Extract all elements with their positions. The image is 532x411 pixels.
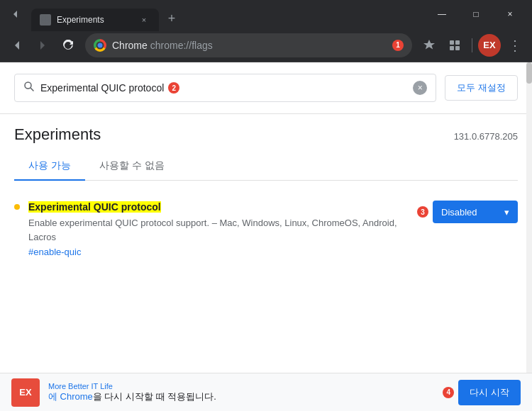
search-badge: 2 xyxy=(168,82,179,94)
refresh-btn[interactable] xyxy=(57,34,79,57)
bottom-main-text: 에 Chrome을 다시 시작할 때 적용됩니다. xyxy=(48,390,434,403)
svg-line-11 xyxy=(31,89,34,91)
window-controls-right: — □ × xyxy=(426,3,526,26)
flags-search-bar: Experimental QUIC protocol 2 × 모두 재설정 xyxy=(0,62,532,114)
page-content: Experimental QUIC protocol 2 × 모두 재설정 Ex… xyxy=(0,62,532,373)
tab-favicon xyxy=(40,14,51,26)
experiments-title: Experiments xyxy=(14,125,101,144)
toolbar-divider xyxy=(472,38,472,52)
flag-select-label: Disabled xyxy=(441,207,477,218)
flag-select[interactable]: Disabled ▾ xyxy=(433,201,518,223)
bookmark-btn[interactable] xyxy=(418,34,440,57)
experiments-tabs: 사용 가능 사용할 수 없음 xyxy=(14,152,518,181)
address-text: Chrome chrome://flags xyxy=(112,40,387,51)
version-text: 131.0.6778.205 xyxy=(454,131,518,142)
title-bar: Experiments × + — □ × xyxy=(0,0,532,28)
chrome-icon xyxy=(94,39,106,52)
window-back-btn[interactable] xyxy=(6,4,26,24)
experiments-main: Experiments 131.0.6778.205 사용 가능 사용할 수 없… xyxy=(0,114,532,280)
maximize-btn[interactable]: □ xyxy=(460,3,492,26)
tab-available[interactable]: 사용 가능 xyxy=(14,152,85,181)
search-icon xyxy=(23,81,35,95)
toolbar-right: EX ⋮ xyxy=(418,34,526,57)
search-value: Experimental QUIC protocol xyxy=(40,82,164,94)
svg-rect-8 xyxy=(450,46,454,50)
site-label: More Better IT Life xyxy=(48,382,113,390)
extensions-btn[interactable] xyxy=(443,34,466,57)
chevron-down-icon: ▾ xyxy=(504,207,509,218)
minimize-btn[interactable]: — xyxy=(426,3,458,26)
flag-dot xyxy=(14,204,20,210)
svg-marker-4 xyxy=(15,41,19,50)
svg-marker-0 xyxy=(13,11,17,18)
restart-btn[interactable]: 다시 시작 xyxy=(458,380,521,405)
flag-desc: Enable experimental QUIC protocol suppor… xyxy=(28,216,409,244)
svg-rect-7 xyxy=(455,40,460,45)
scrollbar-thumb[interactable] xyxy=(526,62,532,84)
bottom-text-wrap: More Better IT Life 에 Chrome을 다시 시작할 때 적… xyxy=(48,382,434,403)
scrollbar-track[interactable] xyxy=(526,62,532,373)
addr-url: chrome://flags xyxy=(150,40,213,51)
site-highlight: 에 Chrome xyxy=(48,391,93,402)
back-btn[interactable] xyxy=(6,34,28,57)
search-box[interactable]: Experimental QUIC protocol 2 × xyxy=(14,74,436,102)
experiments-header: Experiments 131.0.6778.205 xyxy=(14,114,518,152)
browser-toolbar: Chrome chrome://flags 1 EX ⋮ xyxy=(0,28,532,62)
reset-all-btn[interactable]: 모두 재설정 xyxy=(445,75,518,101)
tab-title: Experiments xyxy=(57,15,132,25)
bottom-message: 을 다시 시작할 때 적용됩니다. xyxy=(93,391,216,402)
flag-badge: 3 xyxy=(417,206,428,218)
flag-info: Experimental QUIC protocol Enable experi… xyxy=(28,201,409,257)
close-btn[interactable]: × xyxy=(494,3,526,26)
tab-unavailable[interactable]: 사용할 수 없음 xyxy=(85,152,179,181)
flag-name: Experimental QUIC protocol xyxy=(28,201,161,213)
profile-ext-btn[interactable]: EX xyxy=(478,34,501,57)
svg-point-10 xyxy=(25,82,31,89)
bottom-bar: EX More Better IT Life 에 Chrome을 다시 시작할 … xyxy=(0,373,532,411)
menu-btn[interactable]: ⋮ xyxy=(504,34,526,57)
logo-text: EX xyxy=(19,387,31,398)
restart-btn-wrap: 4 다시 시작 xyxy=(443,380,521,405)
flag-link[interactable]: #enable-quic xyxy=(28,247,409,257)
forward-btn[interactable] xyxy=(31,34,54,57)
tab-bar: Experiments × + xyxy=(31,0,420,28)
bottom-site-name: More Better IT Life xyxy=(48,382,434,390)
restart-badge: 4 xyxy=(443,387,454,398)
address-bar[interactable]: Chrome chrome://flags 1 xyxy=(85,33,412,57)
address-notification-badge: 1 xyxy=(392,40,404,51)
svg-rect-6 xyxy=(450,40,454,45)
bottom-logo: EX xyxy=(11,378,40,407)
active-tab[interactable]: Experiments × xyxy=(31,9,159,31)
tab-close-btn[interactable]: × xyxy=(138,13,150,26)
svg-rect-9 xyxy=(455,46,460,50)
new-tab-btn[interactable]: + xyxy=(162,9,182,28)
addr-brand: Chrome xyxy=(112,40,148,51)
window-controls-left xyxy=(6,4,26,24)
search-clear-btn[interactable]: × xyxy=(413,81,427,95)
svg-marker-5 xyxy=(40,41,45,50)
flag-item: Experimental QUIC protocol Enable experi… xyxy=(14,192,518,266)
search-input-text: Experimental QUIC protocol 2 xyxy=(40,82,407,94)
flag-control[interactable]: 3 Disabled ▾ xyxy=(417,201,518,223)
